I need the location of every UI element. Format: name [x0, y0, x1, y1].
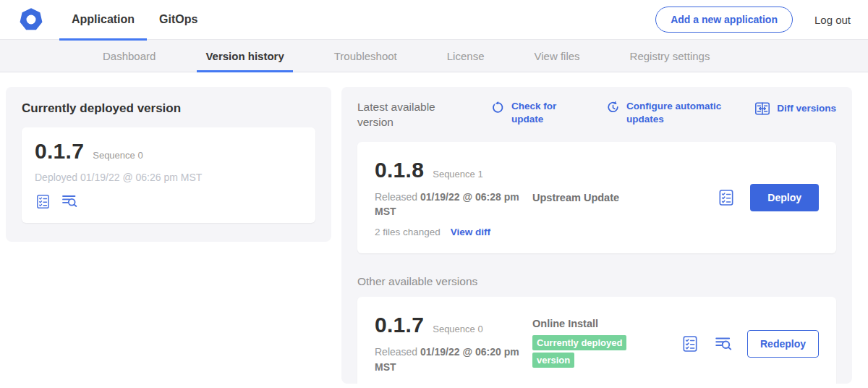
app-subnav: Dashboard Version history Troubleshoot L… [0, 40, 868, 72]
deployed-timestamp: Deployed 01/19/22 @ 06:26 pm MST [35, 172, 302, 183]
configure-automatic-updates-action[interactable]: Configure automatic updates [605, 100, 726, 125]
header-right: Add a new application Log out [655, 7, 851, 33]
latest-version-number: 0.1.8 [375, 158, 424, 182]
other-version-source: Online Install [532, 318, 598, 329]
version-history-panel: Latest available version Check for updat… [341, 87, 852, 384]
latest-available-title: Latest available version [357, 100, 460, 130]
latest-version-source: Upstream Update [532, 192, 619, 203]
diff-columns-icon [754, 100, 771, 117]
preflight-checklist-icon[interactable] [717, 188, 736, 207]
add-application-button[interactable]: Add a new application [655, 7, 793, 33]
top-tabs: Application GitOps [59, 0, 210, 40]
latest-sequence-label: Sequence 1 [433, 169, 482, 180]
other-version-row: 0.1.7 Sequence 0 Released 01/19/22 @ 06:… [357, 297, 836, 384]
tab-application[interactable]: Application [59, 0, 147, 40]
app-logo-icon [17, 6, 45, 33]
top-header: Application GitOps Add a new application… [0, 0, 868, 40]
deployed-sequence-label: Sequence 0 [93, 150, 142, 161]
refresh-icon [490, 100, 506, 115]
subnav-troubleshoot[interactable]: Troubleshoot [326, 40, 406, 72]
other-sequence-label: Sequence 0 [433, 324, 482, 334]
preflight-checklist-icon[interactable] [35, 193, 51, 210]
check-for-update-action[interactable]: Check for update [490, 100, 563, 125]
other-available-versions-title: Other available versions [357, 275, 836, 288]
currently-deployed-panel: Currently deployed version 0.1.7 Sequenc… [6, 87, 331, 242]
subnav-version-history[interactable]: Version history [197, 40, 292, 72]
files-changed-label: 2 files changed [375, 227, 441, 237]
subnav-registry-settings[interactable]: Registry settings [621, 40, 719, 72]
deployed-panel-title: Currently deployed version [22, 101, 315, 116]
diff-versions-action[interactable]: Diff versions [754, 100, 836, 117]
logout-link[interactable]: Log out [814, 14, 851, 26]
deployed-version-card: 0.1.7 Sequence 0 Deployed 01/19/22 @ 06:… [22, 127, 315, 223]
configure-automatic-updates-label: Configure automatic updates [626, 100, 726, 125]
diff-versions-label: Diff versions [777, 102, 836, 115]
subnav-view-files[interactable]: View files [525, 40, 588, 72]
deploy-logs-icon[interactable] [61, 193, 78, 210]
app-window: Application GitOps Add a new application… [0, 0, 868, 388]
other-version-number: 0.1.7 [375, 313, 424, 337]
main-content: Currently deployed version 0.1.7 Sequenc… [0, 72, 868, 388]
deployed-version-number: 0.1.7 [35, 139, 84, 164]
check-for-update-label: Check for update [511, 100, 563, 125]
currently-deployed-badge: Currently deployed version [532, 335, 626, 368]
deploy-button[interactable]: Deploy [750, 184, 819, 211]
released-prefix: Released [375, 191, 417, 203]
tab-gitops[interactable]: GitOps [147, 0, 210, 40]
latest-version-row: 0.1.8 Sequence 1 Released 01/19/22 @ 06:… [357, 142, 836, 254]
auto-update-clock-icon [605, 100, 621, 115]
subnav-license[interactable]: License [438, 40, 493, 72]
released-prefix: Released [375, 346, 417, 358]
subnav-dashboard[interactable]: Dashboard [94, 40, 164, 72]
view-diff-link[interactable]: View diff [451, 227, 490, 237]
latest-released-timestamp: Released 01/19/22 @ 06:28 pm MST [375, 190, 523, 219]
redeploy-button[interactable]: Redeploy [747, 330, 819, 358]
deploy-logs-icon[interactable] [714, 334, 733, 353]
other-released-timestamp: Released 01/19/22 @ 06:20 pm MST [375, 345, 523, 374]
preflight-checklist-icon[interactable] [681, 334, 699, 353]
